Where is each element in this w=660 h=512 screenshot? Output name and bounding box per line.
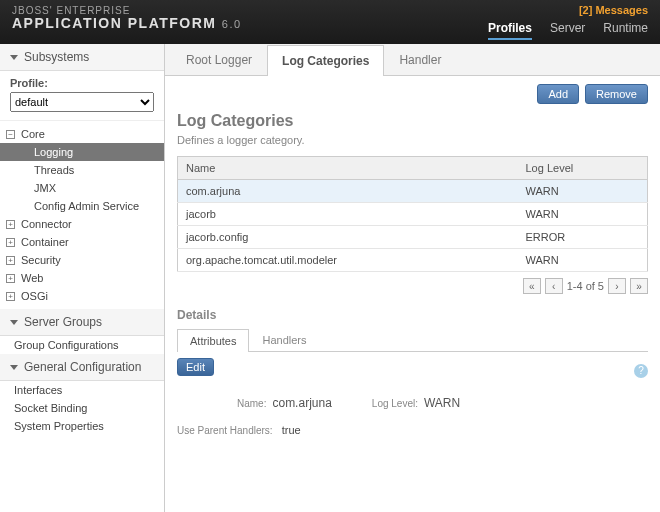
chevron-down-icon <box>10 55 18 60</box>
tree-item-config-admin[interactable]: Config Admin Service <box>0 197 164 215</box>
log-categories-table: Name Log Level com.arjunaWARN jacorbWARN… <box>177 156 648 272</box>
table-row[interactable]: jacorbWARN <box>178 203 648 226</box>
pager-text: 1-4 of 5 <box>567 280 604 292</box>
details-heading: Details <box>177 308 648 322</box>
tree-item-security[interactable]: +Security <box>0 251 164 269</box>
detail-parent-value: true <box>282 424 301 436</box>
page-description: Defines a logger category. <box>177 134 648 146</box>
brand-main-text: APPLICATION PLATFORM <box>12 15 216 31</box>
tree-item-jmx[interactable]: JMX <box>0 179 164 197</box>
table-row[interactable]: com.arjunaWARN <box>178 180 648 203</box>
table-row[interactable]: jacorb.configERROR <box>178 226 648 249</box>
minus-icon: − <box>6 130 15 139</box>
toolbar: Add Remove <box>165 76 660 112</box>
plus-icon: + <box>6 292 15 301</box>
nav-runtime[interactable]: Runtime <box>603 21 648 35</box>
pager: « ‹ 1-4 of 5 › » <box>177 278 648 294</box>
remove-button[interactable]: Remove <box>585 84 648 104</box>
tree-subsystems: −Core Logging Threads JMX Config Admin S… <box>0 121 164 309</box>
tree-item-system-properties[interactable]: System Properties <box>0 417 164 435</box>
top-nav: Profiles Server Runtime <box>488 21 648 40</box>
pager-prev-button[interactable]: ‹ <box>545 278 563 294</box>
sidebar-section-subsystems[interactable]: Subsystems <box>0 44 164 71</box>
pager-next-button[interactable]: › <box>608 278 626 294</box>
tree-item-interfaces[interactable]: Interfaces <box>0 381 164 399</box>
details-row-parent: Use Parent Handlers: true <box>177 424 648 436</box>
subtab-attributes[interactable]: Attributes <box>177 329 249 352</box>
tree-item-group-config[interactable]: Group Configurations <box>0 336 164 354</box>
help-icon[interactable]: ? <box>634 364 648 378</box>
brand-version: 6.0 <box>222 18 242 30</box>
pager-last-button[interactable]: » <box>630 278 648 294</box>
tree-item-socket-binding[interactable]: Socket Binding <box>0 399 164 417</box>
add-button[interactable]: Add <box>537 84 579 104</box>
plus-icon: + <box>6 238 15 247</box>
col-log-level[interactable]: Log Level <box>518 157 648 180</box>
page-title: Log Categories <box>177 112 648 130</box>
sidebar-section-server-groups[interactable]: Server Groups <box>0 309 164 336</box>
sidebar: Subsystems Profile: default −Core Loggin… <box>0 44 165 512</box>
top-bar: [2] Messages JBOSS' ENTERPRISE APPLICATI… <box>0 0 660 44</box>
table-row[interactable]: org.apache.tomcat.util.modelerWARN <box>178 249 648 272</box>
plus-icon: + <box>6 220 15 229</box>
main-tabs: Root Logger Log Categories Handler <box>165 44 660 76</box>
col-name[interactable]: Name <box>178 157 518 180</box>
server-groups-label: Server Groups <box>24 315 102 329</box>
chevron-down-icon <box>10 320 18 325</box>
tab-root-logger[interactable]: Root Logger <box>171 44 267 75</box>
messages-link[interactable]: [2] Messages <box>579 4 648 16</box>
subsystems-label: Subsystems <box>24 50 89 64</box>
tree-item-container[interactable]: +Container <box>0 233 164 251</box>
tree-item-web[interactable]: +Web <box>0 269 164 287</box>
subtab-handlers[interactable]: Handlers <box>249 328 319 351</box>
brand-top: JBOSS' ENTERPRISE <box>12 0 648 16</box>
sidebar-section-general-config[interactable]: General Configuration <box>0 354 164 381</box>
tree-item-core[interactable]: −Core <box>0 125 164 143</box>
nav-server[interactable]: Server <box>550 21 585 35</box>
detail-name-label: Name: <box>237 398 266 409</box>
profile-select[interactable]: default <box>10 92 154 112</box>
profile-label: Profile: <box>10 77 154 89</box>
profile-box: Profile: default <box>0 71 164 121</box>
chevron-down-icon <box>10 365 18 370</box>
tree-item-threads[interactable]: Threads <box>0 161 164 179</box>
tree-item-logging[interactable]: Logging <box>0 143 164 161</box>
plus-icon: + <box>6 256 15 265</box>
detail-parent-label: Use Parent Handlers: <box>177 425 273 436</box>
details-subtabs: Attributes Handlers <box>177 328 648 352</box>
tree-item-osgi[interactable]: +OSGi <box>0 287 164 305</box>
tab-log-categories[interactable]: Log Categories <box>267 45 384 76</box>
plus-icon: + <box>6 274 15 283</box>
main-panel: Root Logger Log Categories Handler Add R… <box>165 44 660 512</box>
details-grid: Name:com.arjuna Log Level:WARN <box>177 396 648 410</box>
detail-loglevel-label: Log Level: <box>372 398 418 409</box>
detail-loglevel-value: WARN <box>424 396 460 410</box>
general-config-label: General Configuration <box>24 360 141 374</box>
pager-first-button[interactable]: « <box>523 278 541 294</box>
nav-profiles[interactable]: Profiles <box>488 21 532 40</box>
tab-handler[interactable]: Handler <box>384 44 456 75</box>
edit-button[interactable]: Edit <box>177 358 214 376</box>
detail-name-value: com.arjuna <box>272 396 331 410</box>
tree-item-connector[interactable]: +Connector <box>0 215 164 233</box>
